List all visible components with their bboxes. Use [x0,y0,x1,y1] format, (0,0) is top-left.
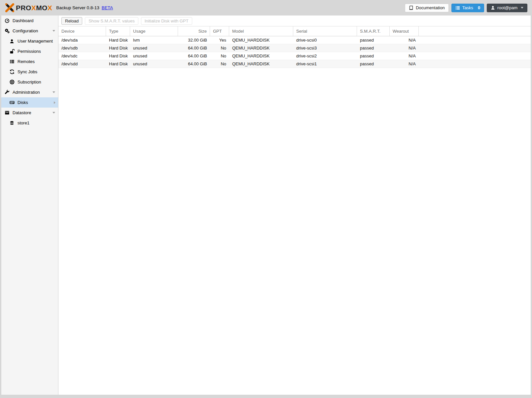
unlock-icon [9,49,15,54]
user-menu-button[interactable]: root@pam [487,4,527,12]
cell-type: Hard Disk [106,44,130,52]
disks-toolbar: Reload Show S.M.A.R.T. values Initialize… [58,16,531,26]
cell-gpt: No [210,60,229,68]
app-window: PROXMOX Backup Server 0.8-13 BETA Docume… [0,0,532,398]
sidebar-item-label: Dashboard [13,18,34,23]
cell-gpt: Yes [210,36,229,44]
app-body: Dashboard Configuration User Management [1,16,531,395]
sidebar-item-sync-jobs[interactable]: Sync Jobs [1,67,58,77]
cell-usage: unused [130,60,178,68]
list-icon [9,59,15,64]
cell-device: /dev/sda [58,36,106,44]
table-row[interactable]: /dev/sdd Hard Disk unused 64.00 GiB No Q… [58,60,531,68]
sync-icon [9,69,15,74]
beta-link[interactable]: BETA [102,5,113,10]
sidebar-nav: Dashboard Configuration User Management [1,16,58,395]
cell-filler [419,60,531,68]
cell-filler [419,36,531,44]
archive-icon [4,110,10,115]
cell-serial: drive-scsi3 [293,44,357,52]
sidebar-item-user-management[interactable]: User Management [1,36,58,46]
table-row[interactable]: /dev/sda Hard Disk lvm 32.00 GiB Yes QEM… [58,36,531,44]
cell-device: /dev/sdb [58,44,106,52]
column-header-model[interactable]: Model [229,26,293,36]
column-header-gpt[interactable]: GPT [210,26,229,36]
top-header-bar: PROXMOX Backup Server 0.8-13 BETA Docume… [0,0,532,16]
cell-type: Hard Disk [106,52,130,60]
dashboard-icon [4,18,10,23]
table-row[interactable]: /dev/sdb Hard Disk unused 64.00 GiB No Q… [58,44,531,52]
column-header-size[interactable]: Size [178,26,210,36]
cell-device: /dev/sdd [58,60,106,68]
cell-size: 64.00 GiB [178,52,210,60]
sidebar-item-label: Remotes [18,59,35,64]
proxmox-logo: PROXMOX [5,3,52,12]
sidebar-item-label: store1 [18,120,29,125]
sidebar-item-permissions[interactable]: Permissions [1,46,58,56]
cell-filler [419,52,531,60]
tasks-button[interactable]: Tasks 0 [451,4,484,12]
sidebar-item-store1[interactable]: store1 [1,118,58,128]
column-header-serial[interactable]: Serial [293,26,357,36]
cell-size: 64.00 GiB [178,44,210,52]
table-row[interactable]: /dev/sdc Hard Disk unused 64.00 GiB No Q… [58,52,531,60]
cell-size: 64.00 GiB [178,60,210,68]
database-icon [9,121,15,125]
initialize-disk-gpt-button[interactable]: Initialize Disk with GPT [141,17,192,25]
sidebar-item-subscription[interactable]: Subscription [1,77,58,87]
cell-model: QEMU_HARDDISK [229,36,293,44]
life-ring-icon [9,80,15,84]
sidebar-item-dashboard[interactable]: Dashboard [1,16,58,26]
chevron-down-icon [53,30,55,32]
tasks-label: Tasks [462,5,473,10]
sidebar-item-label: Administration [13,90,40,95]
column-header-smart[interactable]: S.M.A.R.T. [357,26,390,36]
chevron-right-icon [54,101,55,104]
cell-gpt: No [210,52,229,60]
cell-smart: passed [357,60,390,68]
hdd-icon [9,100,15,105]
tasks-count-badge: 0 [478,5,480,10]
sidebar-item-label: User Management [18,39,53,44]
reload-button[interactable]: Reload [61,17,82,25]
column-header-filler [419,26,531,36]
proxmox-x-mark-icon [5,3,14,12]
documentation-button[interactable]: Documentation [405,4,448,12]
cell-smart: passed [357,52,390,60]
user-icon [9,39,15,44]
cell-wearout: N/A [390,60,419,68]
sidebar-item-configuration[interactable]: Configuration [1,26,58,36]
user-label: root@pam [497,5,517,10]
cell-usage: lvm [130,36,178,44]
column-header-usage[interactable]: Usage [130,26,178,36]
show-smart-values-button[interactable]: Show S.M.A.R.T. values [85,17,138,25]
sidebar-item-remotes[interactable]: Remotes [1,56,58,67]
disks-table-body: /dev/sda Hard Disk lvm 32.00 GiB Yes QEM… [58,36,531,68]
sidebar-item-disks[interactable]: Disks [1,97,58,108]
proxmox-wordmark: PROXMOX [16,4,52,12]
cell-wearout: N/A [390,36,419,44]
cell-usage: unused [130,44,178,52]
cell-serial: drive-scsi0 [293,36,357,44]
cell-device: /dev/sdc [58,52,106,60]
cell-gpt: No [210,44,229,52]
cell-type: Hard Disk [106,36,130,44]
column-header-type[interactable]: Type [106,26,130,36]
sidebar-item-label: Datastore [13,110,31,115]
wrench-icon [4,90,10,95]
cell-wearout: N/A [390,44,419,52]
sidebar-item-label: Subscription [18,80,41,84]
cell-serial: drive-scsi1 [293,60,357,68]
cogs-icon [4,28,10,33]
disks-table-header: Device Type Usage Size GPT Model Serial … [58,26,531,36]
sidebar-item-datastore[interactable]: Datastore [1,108,58,118]
cell-model: QEMU_HARDDISK [229,44,293,52]
chevron-down-icon [53,112,55,114]
cell-type: Hard Disk [106,60,130,68]
sidebar-item-administration[interactable]: Administration [1,87,58,97]
cell-smart: passed [357,36,390,44]
disks-panel: Reload Show S.M.A.R.T. values Initialize… [58,16,531,395]
sidebar-item-label: Permissions [18,49,41,54]
column-header-wearout[interactable]: Wearout [390,26,419,36]
column-header-device[interactable]: Device [58,26,106,36]
